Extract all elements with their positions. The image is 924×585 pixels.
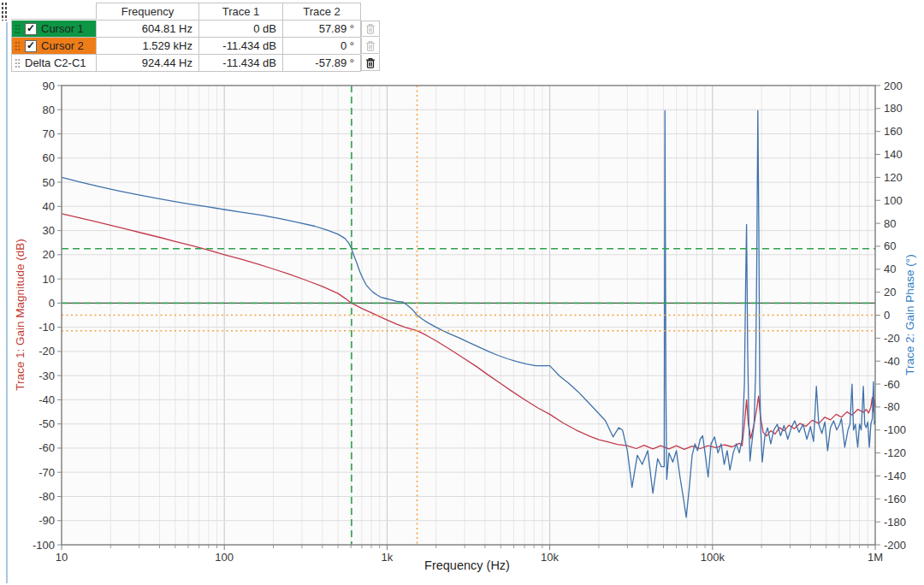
right-tick-label: -80 [884, 400, 900, 413]
left-tick-label: 30 [43, 224, 55, 237]
right-tick-label: -40 [884, 355, 900, 368]
x-tick-label: 100 [215, 551, 234, 564]
right-tick-label: 20 [884, 286, 896, 298]
right-tick-label: 80 [884, 217, 896, 230]
right-tick-label: 40 [884, 263, 896, 275]
left-tick-label: 20 [43, 248, 55, 261]
left-tick-label: -50 [38, 417, 55, 430]
right-tick-label: 140 [884, 148, 903, 161]
left-axis-title: Trace 1: Gain Magnitude (dB) [14, 239, 27, 390]
right-tick-label: 120 [884, 171, 903, 184]
left-tick-label: 10 [43, 273, 55, 286]
x-tick-label: 1M [868, 551, 883, 564]
left-tick-label: -10 [38, 321, 55, 334]
left-tick-label: -60 [38, 441, 55, 454]
right-tick-label: -20 [884, 332, 900, 345]
x-tick-label: 1k [382, 551, 394, 564]
right-tick-label: -60 [884, 378, 900, 391]
left-tick-label: 50 [43, 176, 55, 189]
left-tick-label: -40 [38, 393, 55, 406]
left-tick-label: -30 [38, 369, 55, 382]
left-tick-label: -20 [38, 345, 55, 358]
bode-plot[interactable]: 9080706050403020100-10-20-30-40-50-60-70… [0, 74, 924, 585]
right-tick-label: 160 [884, 125, 903, 138]
plot-svg[interactable]: 9080706050403020100-10-20-30-40-50-60-70… [0, 0, 924, 585]
left-tick-label: 60 [43, 151, 55, 164]
left-tick-label: -90 [38, 514, 55, 527]
x-tick-label: 10 [56, 551, 68, 564]
left-tick-label: -100 [33, 539, 55, 552]
left-tick-label: 40 [43, 200, 55, 213]
right-tick-label: -140 [884, 470, 906, 482]
right-tick-label: 100 [884, 194, 903, 207]
right-tick-label: -200 [884, 539, 906, 552]
plot-background [62, 86, 875, 545]
left-tick-label: 0 [49, 297, 55, 310]
right-tick-label: -180 [884, 516, 906, 529]
right-tick-label: 180 [884, 102, 903, 115]
x-tick-label: 10k [541, 551, 559, 564]
left-tick-label: 90 [43, 80, 55, 92]
left-tick-label: -80 [38, 490, 55, 503]
x-axis-title: Frequency (Hz) [424, 558, 510, 572]
right-tick-label: -100 [884, 423, 906, 436]
right-tick-label: 200 [884, 80, 903, 92]
right-tick-label: -160 [884, 493, 906, 505]
left-tick-label: -70 [38, 466, 55, 479]
right-tick-label: -120 [884, 446, 906, 459]
left-tick-label: 70 [43, 127, 55, 140]
x-tick-label: 100k [701, 551, 726, 564]
right-axis-title: Trace 2: Gain Phase (°) [903, 254, 916, 375]
right-tick-label: 0 [884, 309, 890, 322]
left-tick-label: 80 [43, 103, 55, 116]
right-tick-label: 60 [884, 239, 896, 252]
